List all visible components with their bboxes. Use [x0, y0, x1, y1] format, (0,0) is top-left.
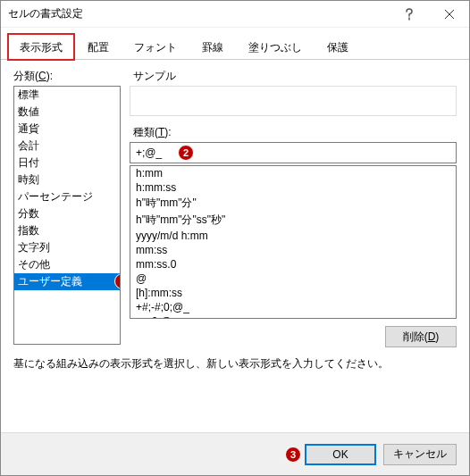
type-option[interactable]: +#;-#;0;@_ [130, 300, 456, 314]
delete-button[interactable]: 削除(D) [385, 326, 457, 347]
type-option[interactable]: @ [130, 271, 456, 286]
ok-button[interactable]: OK [305, 444, 376, 465]
category-item-custom[interactable]: ユーザー定義 1 [14, 273, 120, 290]
category-item[interactable]: 文字列 [14, 239, 120, 256]
tab-fill[interactable]: 塗りつぶし [237, 34, 314, 60]
type-option[interactable]: h"時"mm"分"ss"秒" [130, 212, 456, 229]
footer: 3 OK キャンセル [1, 432, 469, 475]
category-item[interactable]: 日付 [14, 154, 120, 171]
hint-text: 基になる組み込みの表示形式を選択し、新しい表示形式を入力してください。 [1, 347, 469, 380]
tab-format[interactable]: 表示形式 [8, 34, 74, 60]
annotation-badge-3: 3 [285, 447, 301, 463]
type-input-wrap: 2 [130, 142, 457, 163]
type-option[interactable]: mm:ss.0 [130, 257, 456, 271]
close-button[interactable] [429, 1, 469, 28]
delete-row: 削除(D) [130, 326, 457, 347]
category-item[interactable]: 分数 [14, 205, 120, 222]
annotation-badge-2: 2 [178, 145, 194, 161]
type-label: 種類(T): [133, 125, 457, 140]
category-item[interactable]: 会計 [14, 138, 120, 154]
sample-label: サンプル [133, 69, 457, 84]
type-listbox[interactable]: h:mm h:mm:ss h"時"mm"分" h"時"mm"分"ss"秒" yy… [130, 165, 457, 319]
sample-box [130, 86, 457, 116]
category-item[interactable]: パーセンテージ [14, 188, 120, 205]
tab-alignment[interactable]: 配置 [76, 34, 121, 60]
help-button[interactable] [389, 1, 429, 28]
tab-font[interactable]: フォント [122, 34, 189, 60]
type-option[interactable]: h:mm [130, 166, 456, 180]
category-listbox[interactable]: 標準 数値 通貨 会計 日付 時刻 パーセンテージ 分数 指数 文字列 その他 … [13, 86, 121, 345]
type-option[interactable]: yyyy/m/d h:mm [130, 229, 456, 243]
window-title: セルの書式設定 [8, 6, 389, 21]
dialog-window: セルの書式設定 表示形式 配置 フォント 罫線 塗りつぶし 保護 分類(C): … [0, 0, 470, 476]
help-icon [405, 8, 414, 21]
close-icon [445, 10, 454, 19]
type-option[interactable]: +;-;0;@_ [130, 314, 456, 319]
content-area: 分類(C): 標準 数値 通貨 会計 日付 時刻 パーセンテージ 分数 指数 文… [1, 60, 469, 347]
category-item[interactable]: 通貨 [14, 121, 120, 138]
titlebar: セルの書式設定 [1, 1, 469, 28]
category-item[interactable]: 指数 [14, 222, 120, 239]
type-option[interactable]: h"時"mm"分" [130, 195, 456, 212]
category-item[interactable]: 数値 [14, 104, 120, 121]
category-item[interactable]: 標準 [14, 87, 120, 104]
cancel-button[interactable]: キャンセル [383, 444, 457, 465]
category-label: 分類(C): [13, 69, 121, 84]
tab-border[interactable]: 罫線 [190, 34, 235, 60]
tab-bar: 表示形式 配置 フォント 罫線 塗りつぶし 保護 [1, 28, 469, 60]
annotation-badge-1: 1 [114, 273, 121, 289]
ok-wrap: 3 OK [305, 444, 376, 465]
category-column: 分類(C): 標準 数値 通貨 会計 日付 時刻 パーセンテージ 分数 指数 文… [13, 69, 121, 347]
category-item[interactable]: その他 [14, 256, 120, 273]
type-option[interactable]: h:mm:ss [130, 180, 456, 195]
type-option[interactable]: [h]:mm:ss [130, 286, 456, 300]
tab-protection[interactable]: 保護 [315, 34, 360, 60]
type-option[interactable]: mm:ss [130, 243, 456, 257]
right-column: サンプル 種類(T): 2 h:mm h:mm:ss h"時"mm"分" h"時… [130, 69, 457, 347]
category-item[interactable]: 時刻 [14, 171, 120, 188]
